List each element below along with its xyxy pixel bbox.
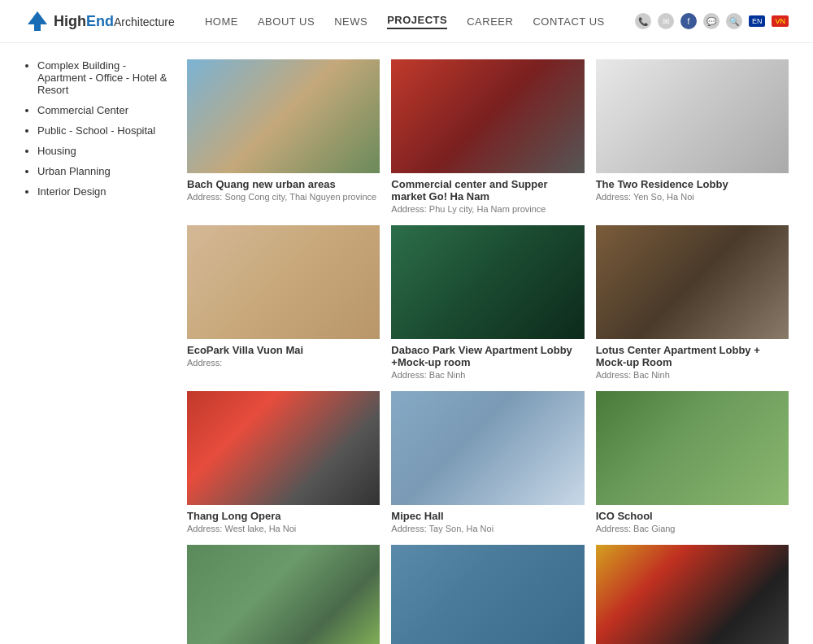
project-address: Address: Bac Ninh (596, 370, 789, 380)
sidebar-item-housing[interactable]: Housing (37, 145, 171, 157)
project-image (187, 59, 380, 173)
nav-news[interactable]: NEWS (334, 15, 367, 28)
sidebar-item-public[interactable]: Public - School - Hospital (37, 124, 171, 137)
project-address: Address: Bac Giang (596, 524, 789, 533)
nav-projects[interactable]: PROJECTS (387, 14, 447, 29)
project-address: Address: Bac Ninh (391, 370, 584, 380)
facebook-icon[interactable]: f (680, 13, 697, 29)
header-utilities: 📞 ✉ f 💬 🔍 EN VN (635, 13, 789, 29)
project-address: Address: (187, 358, 380, 368)
phone-icon[interactable]: 📞 (635, 13, 651, 29)
header: HighEndArchitecture HOME ABOUT US NEWS P… (0, 0, 813, 43)
project-image (596, 225, 789, 339)
project-image (187, 545, 380, 644)
project-title: Commercial center and Supper market Go! … (391, 178, 584, 202)
project-image (596, 59, 789, 173)
project-title: Bach Quang new urban areas (187, 178, 380, 190)
project-card[interactable]: Bac Ninh Culture CenterAddress: Bac Ninh (187, 545, 380, 644)
project-card[interactable]: The Two Residence LobbyAddress: Yen So, … (596, 59, 789, 214)
project-image (596, 545, 789, 644)
sidebar-item-commercial[interactable]: Commercial Center (37, 104, 171, 116)
project-image (391, 545, 584, 644)
sidebar-menu: Complex Building - Apartment - Office - … (24, 59, 171, 198)
project-title: Mipec Hall (391, 510, 584, 522)
logo[interactable]: HighEndArchitecture (24, 8, 175, 34)
logo-icon (24, 8, 50, 34)
svg-rect-1 (36, 23, 39, 31)
project-image (391, 225, 584, 339)
project-card[interactable]: EcoPark Villa Vuon MaiAddress: (187, 225, 380, 380)
project-card[interactable]: Bach Quang new urban areasAddress: Song … (187, 59, 380, 214)
lang-en[interactable]: EN (749, 15, 766, 27)
project-address: Address: Tay Son, Ha Noi (391, 524, 584, 533)
project-card[interactable]: ICO SchoolAddress: Bac Giang (596, 391, 789, 533)
sidebar: Complex Building - Apartment - Office - … (24, 59, 187, 644)
project-card[interactable]: Thang Long OperaAddress: West lake, Ha N… (187, 391, 380, 533)
project-address: Address: West lake, Ha Noi (187, 524, 380, 533)
project-card[interactable]: Lotus Center Apartment Lobby + Mock-up R… (596, 225, 789, 380)
projects-grid: Bach Quang new urban areasAddress: Song … (187, 59, 789, 644)
projects-area: Bach Quang new urban areasAddress: Song … (187, 59, 789, 644)
project-card[interactable]: Dabaco Park View Apartment Lobby +Mock-u… (391, 225, 584, 380)
project-title: EcoPark Villa Vuon Mai (187, 344, 380, 356)
project-title: Dabaco Park View Apartment Lobby +Mock-u… (391, 344, 584, 368)
sidebar-item-complex[interactable]: Complex Building - Apartment - Office - … (37, 59, 171, 96)
main-nav: HOME ABOUT US NEWS PROJECTS CAREER CONTA… (205, 14, 605, 29)
project-image (391, 391, 584, 505)
project-image (596, 391, 789, 505)
project-card[interactable]: Commercial center and Supper market Go! … (391, 59, 584, 214)
project-image (187, 225, 380, 339)
nav-home[interactable]: HOME (205, 15, 238, 28)
project-card[interactable]: Nghia Do KindergartenAddress: Cau Giay, … (391, 545, 584, 644)
project-card[interactable]: BigC Ha LongAddress: Ha Long (596, 545, 789, 644)
search-icon[interactable]: 🔍 (726, 13, 742, 29)
project-address: Address: Yen So, Ha Noi (596, 192, 789, 202)
sidebar-item-interior[interactable]: Interior Design (37, 185, 171, 198)
nav-career[interactable]: CAREER (467, 15, 513, 28)
email-icon[interactable]: ✉ (658, 13, 674, 29)
project-address: Address: Phu Ly city, Ha Nam province (391, 204, 584, 214)
project-title: The Two Residence Lobby (596, 178, 789, 190)
project-image (391, 59, 584, 173)
nav-about[interactable]: ABOUT US (258, 15, 315, 28)
project-image (187, 391, 380, 505)
main-wrapper: Complex Building - Apartment - Office - … (0, 43, 813, 644)
project-title: ICO School (596, 510, 789, 522)
project-title: Lotus Center Apartment Lobby + Mock-up R… (596, 344, 789, 368)
project-address: Address: Song Cong city, Thai Nguyen pro… (187, 192, 380, 202)
chat-icon[interactable]: 💬 (703, 13, 720, 29)
nav-contact[interactable]: CONTACT US (533, 15, 604, 28)
lang-vn[interactable]: VN (772, 15, 789, 27)
sidebar-item-urban[interactable]: Urban Planning (37, 165, 171, 177)
project-card[interactable]: Mipec HallAddress: Tay Son, Ha Noi (391, 391, 584, 533)
project-title: Thang Long Opera (187, 510, 380, 522)
logo-text: HighEndArchitecture (54, 13, 175, 30)
